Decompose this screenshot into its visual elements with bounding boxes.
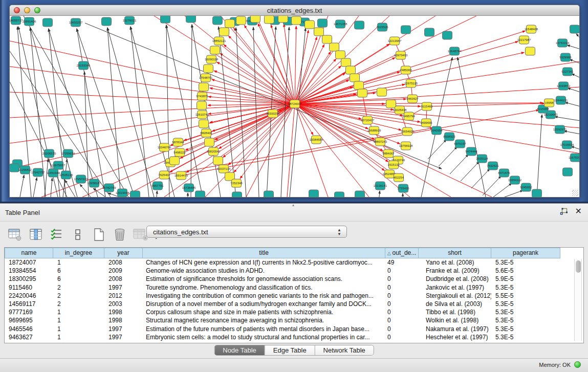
network-node-yellow[interactable]: 18724007 — [288, 100, 302, 108]
network-node-yellow[interactable] — [358, 89, 367, 97]
column-header-in_degree[interactable]: in_degree — [53, 248, 104, 258]
network-node-yellow[interactable]: 10688609 — [367, 126, 381, 135]
network-node-yellow[interactable] — [205, 138, 214, 146]
network-node-yellow[interactable]: 10346766 — [158, 143, 171, 151]
network-node-yellow[interactable]: 16090118 — [205, 55, 219, 63]
network-node-teal[interactable]: 10653257 — [69, 18, 83, 27]
table-scrollbar-thumb[interactable] — [576, 260, 581, 273]
table-row[interactable]: 946554611997Estimation of the future num… — [5, 325, 573, 333]
import-columns-icon[interactable] — [49, 227, 64, 242]
tab-network-table[interactable]: Network Table — [315, 345, 374, 355]
network-node-teal[interactable] — [425, 28, 434, 36]
network-node-teal[interactable]: 9227341 — [561, 68, 574, 76]
table-row[interactable]: 1456911722003Disruption of a novel membe… — [5, 300, 573, 308]
network-node-teal[interactable]: 11451944 — [47, 169, 60, 177]
network-node-yellow[interactable] — [199, 83, 209, 91]
network-node-yellow[interactable] — [377, 88, 387, 96]
tab-edge-table[interactable]: Edge Table — [265, 345, 315, 355]
network-node-yellow[interactable]: 9463627 — [406, 95, 419, 103]
network-node-yellow[interactable] — [199, 120, 209, 128]
network-node-teal[interactable] — [232, 192, 242, 197]
network-node-teal[interactable] — [10, 164, 19, 172]
network-node-teal[interactable]: 9329966 — [559, 53, 572, 61]
network-node-teal[interactable]: 17942757 — [31, 168, 45, 177]
network-node-teal[interactable]: 16648784 — [448, 47, 462, 55]
network-view-window[interactable]: citations_edges.txt 14055717208914061065… — [9, 5, 580, 198]
table-scrollbar[interactable] — [574, 259, 582, 341]
tab-node-table[interactable]: Node Table — [214, 345, 265, 355]
network-node-teal[interactable]: 11156812 — [18, 166, 32, 174]
network-node-teal[interactable] — [355, 191, 365, 197]
table-row[interactable]: 2242004622012Investigating the contribut… — [5, 292, 573, 300]
network-node-teal[interactable]: 12444131 — [554, 96, 568, 104]
network-node-yellow[interactable]: 16914479 — [175, 171, 188, 180]
network-node-teal[interactable] — [335, 192, 344, 197]
network-node-teal[interactable]: 20206535 — [42, 149, 56, 158]
network-node-teal[interactable] — [161, 16, 170, 23]
network-node-teal[interactable] — [213, 16, 223, 25]
network-node-teal[interactable]: 12505135 — [59, 171, 73, 179]
network-node-teal[interactable] — [130, 191, 140, 197]
network-node-yellow[interactable]: 9699695 — [420, 119, 432, 127]
network-node-yellow[interactable]: 7625402 — [158, 171, 170, 179]
network-node-teal[interactable]: 17016504 — [560, 141, 574, 149]
network-node-yellow[interactable]: 1615132 — [387, 161, 400, 169]
network-node-teal[interactable]: 20891406 — [23, 17, 36, 26]
network-node-yellow[interactable] — [330, 43, 339, 51]
network-node-teal[interactable]: 16782759 — [102, 184, 116, 192]
network-node-yellow[interactable] — [341, 58, 351, 67]
network-node-yellow[interactable] — [305, 20, 315, 29]
network-node-teal[interactable]: 14055717 — [10, 16, 23, 25]
network-node-yellow[interactable] — [225, 19, 235, 28]
network-node-yellow[interactable]: 15654923 — [401, 127, 415, 136]
table-row[interactable]: 1872400712008Changes of HCN gene express… — [5, 258, 573, 267]
network-node-yellow[interactable]: 18852121 — [212, 37, 226, 45]
table-row[interactable]: 977716911998Corpus callosum shape and si… — [5, 308, 573, 316]
column-header-short[interactable]: short — [419, 248, 491, 258]
delete-columns-icon[interactable] — [112, 227, 127, 242]
table-row[interactable]: 911546021997Tourette syndrome. Phenomeno… — [5, 283, 573, 292]
network-canvas[interactable]: 1405571720891406106532571527602164661611… — [10, 16, 579, 197]
network-node-teal[interactable]: 7632621 — [487, 162, 499, 170]
network-node-teal[interactable]: 17957223 — [74, 175, 88, 183]
network-node-teal[interactable]: 15276021 — [123, 16, 137, 25]
table-row[interactable]: 1830029562008Estimation of significance … — [5, 275, 573, 283]
network-node-yellow[interactable] — [314, 28, 324, 36]
network-node-teal[interactable]: 15136141 — [374, 182, 387, 190]
table-row[interactable]: 946362711997Embryonic stem cells: a mode… — [5, 333, 573, 341]
network-node-yellow[interactable]: 9115460 — [421, 102, 433, 111]
network-node-yellow[interactable]: 17548751 — [199, 74, 213, 82]
table-row[interactable]: 969969511998Structural magnetic resonanc… — [5, 316, 573, 324]
network-node-teal[interactable]: 6979197 — [454, 140, 466, 148]
network-node-teal[interactable]: 13592971 — [553, 125, 567, 134]
network-node-teal[interactable]: 15736485 — [182, 184, 196, 192]
close-panel-icon[interactable]: ✕ — [575, 207, 582, 215]
split-pane-grip[interactable]: ▴ — [290, 204, 297, 207]
network-node-yellow[interactable]: 452254 — [394, 173, 404, 182]
select-columns-icon[interactable] — [28, 227, 43, 242]
network-node-yellow[interactable] — [350, 74, 360, 82]
network-node-yellow[interactable] — [354, 81, 364, 90]
network-node-teal[interactable]: 9657791 — [151, 182, 164, 190]
network-node-yellow[interactable]: 7252348 — [230, 179, 243, 187]
network-node-teal[interactable] — [563, 168, 573, 176]
network-node-yellow[interactable] — [336, 51, 345, 59]
network-node-yellow[interactable]: 11548408 — [525, 25, 538, 33]
network-node-teal[interactable]: 10654112 — [508, 176, 522, 184]
network-node-teal[interactable]: 11675358 — [569, 154, 579, 162]
network-node-yellow[interactable] — [170, 157, 180, 165]
network-node-yellow[interactable]: 9495794 — [403, 112, 415, 120]
network-node-teal[interactable] — [318, 19, 328, 27]
network-node-yellow[interactable]: 10973493 — [394, 51, 408, 59]
column-header-pagerank[interactable]: pagerank — [491, 248, 560, 258]
network-node-yellow[interactable]: 12037134 — [217, 165, 231, 173]
network-node-teal[interactable] — [309, 190, 319, 197]
network-node-yellow[interactable] — [220, 28, 229, 36]
network-node-yellow[interactable] — [346, 66, 356, 74]
network-node-yellow[interactable] — [526, 47, 535, 55]
network-node-teal[interactable] — [532, 189, 542, 197]
column-header-year[interactable]: year — [104, 248, 143, 258]
network-node-yellow[interactable] — [278, 16, 288, 23]
network-node-yellow[interactable]: 18807243 — [374, 138, 387, 146]
network-node-teal[interactable] — [186, 16, 196, 23]
